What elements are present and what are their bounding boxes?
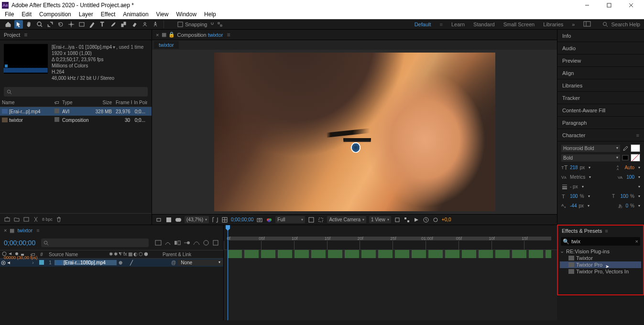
pen-tool-icon[interactable] [88,20,97,29]
timeline-tab[interactable]: twixtor [17,228,33,233]
project-search[interactable] [4,87,148,97]
res-toggle-icon[interactable] [212,217,218,223]
current-timecode[interactable]: 0;00;00;00 [4,239,35,247]
leading-value[interactable]: Auto [624,165,634,170]
vscale-value[interactable]: 100 [570,194,578,199]
timeline-ruler[interactable]: 0f 05f 10f 15f 20f 25f 01:00f 05f 10f 15… [224,236,557,250]
grid-icon[interactable] [221,217,228,223]
menu-composition[interactable]: Composition [36,11,74,18]
anchor-tool-icon[interactable] [67,20,76,29]
menu-view[interactable]: View [153,11,172,18]
menu-window[interactable]: Window [173,11,199,18]
timeline-search[interactable] [41,238,149,247]
toggle-switches-icon[interactable] [212,239,219,247]
panel-menu-icon[interactable]: ≡ [24,32,27,38]
brush-tool-icon[interactable] [109,20,118,29]
project-row[interactable]: twixtor Composition 30 0;0... [0,116,152,124]
fast-preview-icon[interactable] [413,217,420,223]
channel-icon[interactable] [266,217,273,223]
search-help[interactable]: Search Help [602,22,640,27]
file-thumbnail[interactable] [4,44,48,74]
puppet-tool-icon[interactable] [151,20,160,29]
timecode[interactable]: 0;00;00;00 [231,217,253,222]
font-size-value[interactable]: 218 [570,165,578,170]
snapshot-icon[interactable] [256,217,263,223]
alpha-icon[interactable] [165,217,172,223]
transparency-icon[interactable] [308,217,315,223]
panel-character[interactable]: Character≡ [557,129,644,141]
magnify-icon[interactable] [156,217,163,223]
baseline-value[interactable]: -44 [570,203,577,208]
project-row[interactable]: [Erai-r...p].mp4 AVI 328 MB 23,976 0;0..… [0,107,152,116]
view-select[interactable]: 1 View ▾ [369,216,391,223]
workspace-learn[interactable]: Learn [451,22,465,27]
composition-tab[interactable]: twixtor [208,32,223,38]
fill-swatch[interactable] [631,144,640,152]
lock-icon[interactable]: 🔒 [168,32,175,38]
trash-icon[interactable] [55,216,62,223]
stroke-swatch[interactable] [631,154,640,162]
camera-select[interactable]: Active Camera ▾ [327,216,366,223]
text-tool-icon[interactable]: T [98,20,107,29]
effects-search[interactable]: 🔍 twix × [561,237,640,246]
clear-search-icon[interactable]: × [635,238,638,244]
brainstorm-icon[interactable] [202,239,210,247]
menu-animation[interactable]: Animation [120,11,151,18]
workspace-more-icon[interactable]: » [572,22,575,27]
panel-tracker[interactable]: Tracker [557,92,644,104]
playhead[interactable] [228,225,228,320]
flow-icon[interactable]: ▦ [10,228,14,234]
tracking-value[interactable]: 100 [626,174,634,180]
font-family-select[interactable]: Horroroid Bold▾ [561,145,620,152]
motion-blur-icon[interactable] [183,239,191,247]
new-comp-icon[interactable] [23,216,30,223]
rect-tool-icon[interactable] [77,20,86,29]
home-icon[interactable] [4,20,12,29]
mask-icon[interactable] [175,217,182,223]
roi-icon[interactable] [317,217,324,223]
interpret-icon[interactable] [4,216,11,223]
eyedropper-icon[interactable] [622,145,629,151]
pixel-icon[interactable] [404,217,410,223]
effect-item[interactable]: Twixtor Pro, Vectors In [560,268,641,275]
graph-icon[interactable] [193,239,200,247]
tab-close-icon[interactable]: × [4,228,7,233]
rotate-tool-icon[interactable] [56,20,65,29]
effect-item[interactable]: Twixtor Pro ➤ [560,261,641,268]
orbit-tool-icon[interactable] [46,20,55,29]
resolution-select[interactable]: Full ▾ [275,216,305,223]
layer-bar[interactable] [228,250,551,258]
panel-menu-icon[interactable]: ≡ [605,228,608,234]
frame-blend-icon[interactable] [174,239,181,247]
workspace-small-screen[interactable]: Small Screen [503,22,535,27]
panel-align[interactable]: Align [557,67,644,79]
menu-help[interactable]: Help [201,11,219,18]
panel-content-aware[interactable]: Content-Aware Fill [557,104,644,117]
menu-effect[interactable]: Effect [98,11,118,18]
3d-icon[interactable] [432,217,439,223]
panel-paragraph[interactable]: Paragraph [557,117,644,129]
font-weight-select[interactable]: Bold▾ [561,154,620,162]
roto-tool-icon[interactable] [141,20,149,29]
tsume-value[interactable]: 0 [626,203,629,208]
panel-libraries[interactable]: Libraries [557,79,644,92]
minimize-button[interactable] [576,0,598,10]
effect-item[interactable]: Twixtor [560,255,641,261]
comp-mini-icon[interactable] [154,239,162,247]
menu-file[interactable]: File [2,11,17,18]
workspace-libraries[interactable]: Libraries [543,22,563,27]
tab-close-icon[interactable]: × [156,32,159,38]
effects-folder[interactable]: ⌄RE:Vision Plug-ins [560,248,641,255]
new-folder-icon[interactable] [13,216,20,223]
no-color-icon[interactable] [622,155,629,161]
viewport[interactable] [152,50,557,214]
guides-icon[interactable] [394,217,401,223]
menu-edit[interactable]: Edit [19,11,34,18]
panel-preview[interactable]: Preview [557,54,644,67]
panel-info[interactable]: Info [557,30,644,42]
menu-layer[interactable]: Layer [76,11,96,18]
clone-tool-icon[interactable] [120,20,128,29]
hand-tool-icon[interactable] [25,20,33,29]
close-button[interactable] [620,0,642,10]
video-toggle-icon[interactable] [1,260,6,265]
